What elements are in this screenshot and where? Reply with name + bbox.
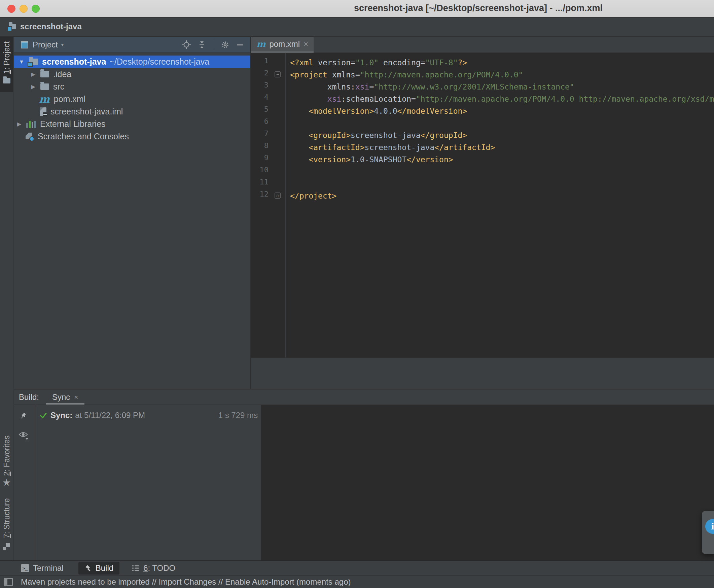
- zoom-window-button[interactable]: [31, 5, 40, 13]
- star-icon: ★: [2, 478, 11, 487]
- editor-gutter: 12−3456789101112⌂: [251, 53, 286, 357]
- editor-bottom-band: [251, 357, 714, 389]
- stripe-favorites-label: : Favorites: [2, 436, 11, 471]
- breadcrumb[interactable]: screenshot-java: [9, 22, 82, 31]
- project-tree: ▼ screenshot-java ~/Desktop/screenshot-j…: [14, 56, 250, 143]
- stripe-button-build[interactable]: Build: [79, 562, 120, 574]
- notification-balloon[interactable]: i: [702, 511, 714, 554]
- code-line: <?xml version="1.0" encoding="UTF-8"?>: [290, 57, 714, 69]
- build-tab-sync[interactable]: Sync ×: [46, 390, 84, 404]
- pin-icon[interactable]: [19, 412, 27, 420]
- minimize-window-button[interactable]: [20, 5, 27, 13]
- code-line: <groupId>screenshot-java</groupId>: [290, 129, 714, 141]
- code-line: xmlns:xsi="http://www.w3.org/2001/XMLSch…: [290, 81, 714, 93]
- stripe-button-favorites[interactable]: 2: Favorites ★: [0, 434, 14, 492]
- build-toolbar: [14, 405, 35, 561]
- titlebar[interactable]: screenshot-java [~/Desktop/screenshot-ja…: [0, 0, 714, 18]
- build-event-tree: Sync: at 5/11/22, 6:09 PM 1 s 729 ms: [36, 405, 261, 561]
- close-window-button[interactable]: [7, 5, 16, 13]
- sync-status-row[interactable]: Sync: at 5/11/22, 6:09 PM 1 s 729 ms: [36, 408, 261, 422]
- stripe-button-project[interactable]: 1: Project: [0, 37, 14, 92]
- stripe-project-label: : Project: [2, 41, 11, 70]
- sync-detail: at 5/11/22, 6:09 PM: [75, 411, 145, 420]
- code-line: </project>: [290, 190, 714, 202]
- project-view-selector[interactable]: Project: [33, 40, 58, 49]
- navigation-bar: screenshot-java: [0, 18, 714, 37]
- tree-row-project-root[interactable]: ▼ screenshot-java ~/Desktop/screenshot-j…: [14, 56, 250, 68]
- left-toolwindow-stripe: 1: Project 2: Favorites ★ 7: Structure: [0, 37, 14, 561]
- module-file-icon: [40, 107, 46, 116]
- maven-icon: m: [256, 40, 266, 48]
- toolwindow-toggle-icon[interactable]: [4, 578, 13, 586]
- tree-row-idea[interactable]: ▶ .idea: [14, 68, 250, 80]
- stripe-button-terminal[interactable]: >_ Terminal: [21, 563, 64, 573]
- code-line: <modelVersion>4.0.0</modelVersion>: [290, 105, 714, 117]
- editor-pane: m pom.xml × 12−3456789101112⌂ <?xml vers…: [251, 37, 714, 389]
- disclosure-expanded-icon[interactable]: ▼: [18, 59, 25, 65]
- hammer-icon: [84, 564, 92, 572]
- dropdown-caret-icon[interactable]: ▾: [61, 42, 64, 48]
- fold-marker-icon[interactable]: −: [275, 71, 281, 78]
- window-title: screenshot-java [~/Desktop/screenshot-ja…: [354, 3, 603, 14]
- build-label: Build:: [19, 393, 39, 402]
- todo-number: 6: [143, 563, 148, 572]
- tree-item-label: screenshot-java.iml: [50, 107, 123, 117]
- editor-body[interactable]: 12−3456789101112⌂ <?xml version="1.0" en…: [251, 53, 714, 357]
- tree-row-iml[interactable]: screenshot-java.iml: [14, 105, 250, 118]
- tree-row-pom[interactable]: m pom.xml: [14, 93, 250, 105]
- build-console[interactable]: [261, 405, 714, 561]
- project-panel-header: Project ▾: [14, 37, 250, 53]
- stripe-button-todo[interactable]: 6: TODO: [132, 563, 175, 573]
- tree-item-label: pom.xml: [54, 94, 85, 104]
- stripe-button-structure[interactable]: 7: Structure: [0, 498, 14, 558]
- disclosure-collapsed-icon[interactable]: ▶: [29, 71, 37, 78]
- todo-list-icon: [132, 564, 139, 572]
- project-view-icon: [21, 41, 28, 48]
- todo-label: 6: TODO: [143, 563, 175, 573]
- root-path: ~/Desktop/screenshot-java: [109, 57, 209, 67]
- toolbar-separator: [213, 40, 213, 49]
- stripe-structure-number: 7: [2, 534, 11, 538]
- stripe-favorites-number: 2: [2, 471, 11, 476]
- disclosure-collapsed-icon[interactable]: ▶: [16, 121, 23, 127]
- close-icon[interactable]: ×: [303, 40, 308, 48]
- code-line: <artifactId>screenshot-java</artifactId>: [290, 141, 714, 153]
- project-panel: Project ▾: [14, 37, 251, 389]
- build-content: Sync: at 5/11/22, 6:09 PM 1 s 729 ms: [14, 405, 714, 561]
- root-name: screenshot-java: [42, 57, 106, 67]
- folder-icon: [29, 59, 38, 65]
- tree-item-label: src: [53, 82, 64, 91]
- fold-marker-icon[interactable]: ⌂: [275, 192, 281, 198]
- external-libraries-icon: [26, 120, 36, 128]
- disclosure-collapsed-icon[interactable]: ▶: [29, 83, 37, 90]
- ide-window: screenshot-java [~/Desktop/screenshot-ja…: [0, 0, 714, 588]
- info-icon: i: [705, 519, 714, 534]
- collapse-all-icon[interactable]: [198, 41, 205, 49]
- terminal-label: Terminal: [33, 563, 64, 573]
- gutter-rows: 12−3456789101112⌂: [251, 57, 285, 202]
- bottom-toolwindow-stripe: >_ Terminal Build 6: TODO: [0, 561, 714, 575]
- eye-icon[interactable]: [19, 431, 28, 440]
- check-icon: [40, 412, 47, 419]
- tree-item-label: External Libraries: [40, 119, 106, 129]
- folder-icon: [40, 71, 49, 78]
- status-message[interactable]: Maven projects need to be imported // Im…: [21, 577, 351, 587]
- maven-icon: m: [39, 94, 50, 104]
- hide-panel-icon[interactable]: [237, 44, 243, 45]
- folder-icon: [3, 78, 10, 83]
- tree-row-src[interactable]: ▶ src: [14, 80, 250, 93]
- structure-icon: [3, 543, 10, 550]
- tab-pom-xml[interactable]: m pom.xml ×: [251, 37, 313, 53]
- breadcrumb-label: screenshot-java: [20, 22, 82, 31]
- build-header: Build: Sync ×: [14, 390, 714, 405]
- traffic-lights: [7, 5, 40, 13]
- settings-gear-icon[interactable]: [221, 40, 230, 49]
- tree-row-external-libraries[interactable]: ▶ External Libraries: [14, 118, 250, 130]
- build-toolwindow: Build: Sync ×: [14, 389, 714, 561]
- tree-row-scratches[interactable]: Scratches and Consoles: [14, 130, 250, 143]
- tab-label: pom.xml: [269, 39, 300, 49]
- locate-file-icon[interactable]: [182, 40, 191, 49]
- build-button-label: Build: [95, 563, 113, 573]
- close-icon[interactable]: ×: [74, 394, 78, 401]
- build-tab-label: Sync: [52, 393, 70, 402]
